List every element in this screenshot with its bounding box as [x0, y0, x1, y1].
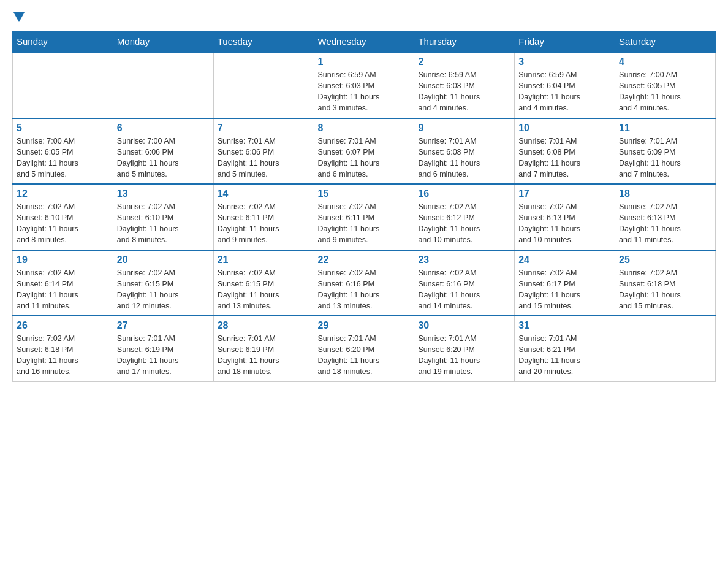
day-number: 4 [619, 56, 711, 67]
calendar-cell: 7Sunrise: 7:01 AM Sunset: 6:06 PM Daylig… [213, 118, 314, 185]
day-number: 21 [218, 255, 310, 266]
day-number: 27 [117, 320, 210, 331]
calendar-cell: 27Sunrise: 7:01 AM Sunset: 6:19 PM Dayli… [113, 316, 213, 381]
calendar-cell: 22Sunrise: 7:02 AM Sunset: 6:16 PM Dayli… [314, 250, 414, 316]
calendar-cell [113, 52, 213, 118]
day-number: 8 [318, 123, 411, 134]
calendar-cell: 29Sunrise: 7:01 AM Sunset: 6:20 PM Dayli… [314, 316, 414, 381]
calendar-cell: 24Sunrise: 7:02 AM Sunset: 6:17 PM Dayli… [515, 250, 615, 316]
calendar-cell: 2Sunrise: 6:59 AM Sunset: 6:03 PM Daylig… [414, 52, 515, 118]
calendar-cell: 9Sunrise: 7:01 AM Sunset: 6:08 PM Daylig… [414, 118, 515, 185]
day-info: Sunrise: 7:02 AM Sunset: 6:16 PM Dayligh… [318, 267, 411, 312]
day-info: Sunrise: 7:02 AM Sunset: 6:17 PM Dayligh… [518, 267, 611, 312]
day-info: Sunrise: 6:59 AM Sunset: 6:03 PM Dayligh… [418, 69, 510, 114]
day-info: Sunrise: 7:01 AM Sunset: 6:19 PM Dayligh… [218, 333, 310, 378]
day-info: Sunrise: 7:01 AM Sunset: 6:20 PM Dayligh… [318, 333, 411, 378]
calendar-cell: 13Sunrise: 7:02 AM Sunset: 6:10 PM Dayli… [113, 184, 213, 250]
day-number: 15 [318, 188, 411, 199]
day-number: 18 [619, 188, 711, 199]
day-info: Sunrise: 6:59 AM Sunset: 6:04 PM Dayligh… [518, 69, 611, 114]
day-info: Sunrise: 7:00 AM Sunset: 6:06 PM Dayligh… [117, 136, 210, 180]
day-info: Sunrise: 7:02 AM Sunset: 6:13 PM Dayligh… [619, 201, 711, 246]
calendar-cell: 20Sunrise: 7:02 AM Sunset: 6:15 PM Dayli… [113, 250, 213, 316]
day-number: 30 [418, 320, 510, 331]
day-number: 25 [619, 255, 711, 266]
day-number: 6 [117, 123, 210, 134]
day-info: Sunrise: 7:02 AM Sunset: 6:16 PM Dayligh… [418, 267, 510, 312]
day-info: Sunrise: 7:01 AM Sunset: 6:08 PM Dayligh… [418, 136, 510, 180]
calendar-cell [13, 52, 113, 118]
calendar-cell: 5Sunrise: 7:00 AM Sunset: 6:05 PM Daylig… [13, 118, 113, 185]
calendar-cell: 10Sunrise: 7:01 AM Sunset: 6:08 PM Dayli… [515, 118, 615, 185]
weekday-header-friday: Friday [515, 31, 615, 53]
calendar-cell: 18Sunrise: 7:02 AM Sunset: 6:13 PM Dayli… [615, 184, 716, 250]
calendar-cell: 26Sunrise: 7:02 AM Sunset: 6:18 PM Dayli… [13, 316, 113, 381]
day-info: Sunrise: 7:02 AM Sunset: 6:12 PM Dayligh… [418, 201, 510, 246]
logo [12, 12, 25, 25]
calendar-cell: 31Sunrise: 7:01 AM Sunset: 6:21 PM Dayli… [515, 316, 615, 381]
weekday-header-thursday: Thursday [414, 31, 515, 53]
day-number: 12 [17, 188, 109, 199]
day-number: 19 [17, 255, 109, 266]
day-number: 11 [619, 123, 711, 134]
page-header [12, 12, 716, 25]
calendar-cell: 17Sunrise: 7:02 AM Sunset: 6:13 PM Dayli… [515, 184, 615, 250]
week-row-5: 26Sunrise: 7:02 AM Sunset: 6:18 PM Dayli… [13, 316, 716, 381]
calendar-cell: 28Sunrise: 7:01 AM Sunset: 6:19 PM Dayli… [213, 316, 314, 381]
day-info: Sunrise: 7:02 AM Sunset: 6:15 PM Dayligh… [117, 267, 210, 312]
day-info: Sunrise: 7:02 AM Sunset: 6:15 PM Dayligh… [218, 267, 310, 312]
day-number: 14 [218, 188, 310, 199]
day-info: Sunrise: 7:01 AM Sunset: 6:20 PM Dayligh… [418, 333, 510, 378]
day-number: 16 [418, 188, 510, 199]
week-row-3: 12Sunrise: 7:02 AM Sunset: 6:10 PM Dayli… [13, 184, 716, 250]
calendar-cell [615, 316, 716, 381]
calendar-cell: 25Sunrise: 7:02 AM Sunset: 6:18 PM Dayli… [615, 250, 716, 316]
calendar-cell [213, 52, 314, 118]
day-info: Sunrise: 7:02 AM Sunset: 6:18 PM Dayligh… [619, 267, 711, 312]
day-number: 13 [117, 188, 210, 199]
calendar-cell: 3Sunrise: 6:59 AM Sunset: 6:04 PM Daylig… [515, 52, 615, 118]
calendar-table: SundayMondayTuesdayWednesdayThursdayFrid… [12, 31, 716, 382]
week-row-4: 19Sunrise: 7:02 AM Sunset: 6:14 PM Dayli… [13, 250, 716, 316]
day-info: Sunrise: 7:02 AM Sunset: 6:18 PM Dayligh… [17, 333, 109, 378]
day-number: 5 [17, 123, 109, 134]
calendar-cell: 11Sunrise: 7:01 AM Sunset: 6:09 PM Dayli… [615, 118, 716, 185]
day-info: Sunrise: 7:02 AM Sunset: 6:11 PM Dayligh… [318, 201, 411, 246]
calendar-cell: 14Sunrise: 7:02 AM Sunset: 6:11 PM Dayli… [213, 184, 314, 250]
day-info: Sunrise: 7:01 AM Sunset: 6:06 PM Dayligh… [218, 136, 310, 180]
day-number: 3 [518, 56, 611, 67]
day-number: 26 [17, 320, 109, 331]
day-number: 7 [218, 123, 310, 134]
day-number: 20 [117, 255, 210, 266]
day-number: 29 [318, 320, 411, 331]
weekday-header-wednesday: Wednesday [314, 31, 414, 53]
calendar-cell: 12Sunrise: 7:02 AM Sunset: 6:10 PM Dayli… [13, 184, 113, 250]
day-info: Sunrise: 7:01 AM Sunset: 6:09 PM Dayligh… [619, 136, 711, 180]
calendar-cell: 4Sunrise: 7:00 AM Sunset: 6:05 PM Daylig… [615, 52, 716, 118]
day-number: 9 [418, 123, 510, 134]
day-number: 23 [418, 255, 510, 266]
calendar-cell: 23Sunrise: 7:02 AM Sunset: 6:16 PM Dayli… [414, 250, 515, 316]
day-info: Sunrise: 7:02 AM Sunset: 6:10 PM Dayligh… [117, 201, 210, 246]
calendar-cell: 21Sunrise: 7:02 AM Sunset: 6:15 PM Dayli… [213, 250, 314, 316]
day-info: Sunrise: 7:02 AM Sunset: 6:11 PM Dayligh… [218, 201, 310, 246]
day-number: 17 [518, 188, 611, 199]
day-number: 31 [518, 320, 611, 331]
calendar-cell: 8Sunrise: 7:01 AM Sunset: 6:07 PM Daylig… [314, 118, 414, 185]
day-info: Sunrise: 6:59 AM Sunset: 6:03 PM Dayligh… [318, 69, 411, 114]
week-row-2: 5Sunrise: 7:00 AM Sunset: 6:05 PM Daylig… [13, 118, 716, 185]
day-number: 2 [418, 56, 510, 67]
day-info: Sunrise: 7:02 AM Sunset: 6:14 PM Dayligh… [17, 267, 109, 312]
weekday-header-row: SundayMondayTuesdayWednesdayThursdayFrid… [13, 31, 716, 53]
calendar-cell: 1Sunrise: 6:59 AM Sunset: 6:03 PM Daylig… [314, 52, 414, 118]
day-info: Sunrise: 7:02 AM Sunset: 6:10 PM Dayligh… [17, 201, 109, 246]
svg-marker-0 [13, 12, 25, 22]
week-row-1: 1Sunrise: 6:59 AM Sunset: 6:03 PM Daylig… [13, 52, 716, 118]
calendar-cell: 6Sunrise: 7:00 AM Sunset: 6:06 PM Daylig… [113, 118, 213, 185]
calendar-cell: 30Sunrise: 7:01 AM Sunset: 6:20 PM Dayli… [414, 316, 515, 381]
day-number: 10 [518, 123, 611, 134]
day-info: Sunrise: 7:01 AM Sunset: 6:19 PM Dayligh… [117, 333, 210, 378]
day-number: 28 [218, 320, 310, 331]
day-number: 1 [318, 56, 411, 67]
day-info: Sunrise: 7:01 AM Sunset: 6:21 PM Dayligh… [518, 333, 611, 378]
